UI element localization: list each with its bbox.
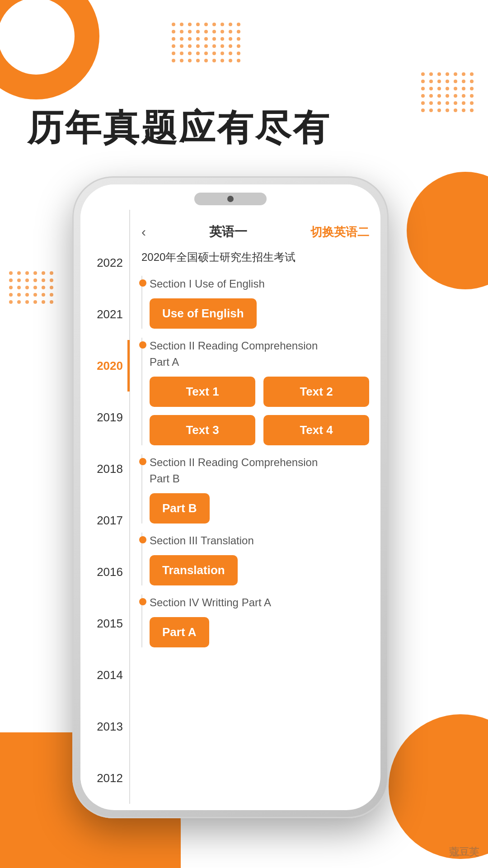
switch-subject-button[interactable]: 切换英语二 xyxy=(310,224,369,240)
section-3-buttons: Translation xyxy=(150,555,369,585)
year-item-2014[interactable]: 2014 xyxy=(80,649,130,701)
year-item-2017[interactable]: 2017 xyxy=(80,495,130,546)
phone-notch-bar xyxy=(80,184,380,210)
content-header: ‹ 英语一 切换英语二 xyxy=(141,223,369,241)
subject-title: 英语一 xyxy=(209,223,247,241)
exam-title: 2020年全国硕士研究生招生考试 xyxy=(141,250,369,265)
section-4-buttons: Part A xyxy=(150,617,369,647)
section-4-label: Section IV Writting Part A xyxy=(150,594,369,611)
phone-camera xyxy=(227,196,234,202)
section-2a-timeline-dot xyxy=(139,341,146,349)
section-4-block: Section IV Writting Part A Part A xyxy=(141,594,369,647)
translation-button[interactable]: Translation xyxy=(150,555,238,585)
year-active-bar xyxy=(127,340,130,392)
text-1-button[interactable]: Text 1 xyxy=(150,377,255,407)
section-2b-block: Section II Reading ComprehensionPart B P… xyxy=(141,454,369,524)
section-2a-label: Section II Reading ComprehensionPart A xyxy=(150,338,369,370)
section-2b-timeline-dot xyxy=(139,458,146,465)
year-item-2012[interactable]: 2012 xyxy=(80,752,130,804)
phone-notch xyxy=(194,193,267,205)
bg-dots-right: document.write(Array(42).fill('<div clas… xyxy=(421,72,474,112)
part-b-button[interactable]: Part B xyxy=(150,493,210,524)
section-2a-buttons: Text 1 Text 2 Text 3 Text 4 xyxy=(150,377,369,445)
text-2-button[interactable]: Text 2 xyxy=(263,377,369,407)
phone-outer-shell: 2022 2021 2020 2019 2018 2017 2016 2015 … xyxy=(72,176,389,818)
page-headline: 历年真题应有尽有 xyxy=(27,104,331,153)
year-item-2021[interactable]: 2021 xyxy=(80,288,130,340)
phone-mockup: 2022 2021 2020 2019 2018 2017 2016 2015 … xyxy=(36,176,425,845)
phone-screen-content: 2022 2021 2020 2019 2018 2017 2016 2015 … xyxy=(80,210,380,804)
phone-screen-area: 2022 2021 2020 2019 2018 2017 2016 2015 … xyxy=(80,184,380,810)
text-4-button[interactable]: Text 4 xyxy=(263,415,369,445)
section-1-label: Section I Use of English xyxy=(150,276,369,292)
year-item-2018[interactable]: 2018 xyxy=(80,443,130,495)
year-sidebar: 2022 2021 2020 2019 2018 2017 2016 2015 … xyxy=(80,210,130,804)
content-area: ‹ 英语一 切换英语二 2020年全国硕士研究生招生考试 Section I U… xyxy=(130,210,380,804)
section-3-block: Section III Translation Translation xyxy=(141,533,369,585)
year-item-2019[interactable]: 2019 xyxy=(80,392,130,443)
watermark: 蔻豆芙 xyxy=(449,845,479,859)
part-a-button[interactable]: Part A xyxy=(150,617,209,647)
year-item-2022[interactable]: 2022 xyxy=(80,237,130,288)
back-button[interactable]: ‹ xyxy=(141,224,146,240)
section-1-block: Section I Use of English Use of English xyxy=(141,276,369,329)
section-1-timeline-dot xyxy=(139,279,146,287)
section-1-buttons: Use of English xyxy=(150,298,369,329)
text-3-button[interactable]: Text 3 xyxy=(150,415,255,445)
section-2a-block: Section II Reading ComprehensionPart A T… xyxy=(141,338,369,445)
year-item-2015[interactable]: 2015 xyxy=(80,598,130,649)
bg-dots-top-center: document.write(Array(54).fill('<div clas… xyxy=(172,23,241,62)
section-3-label: Section III Translation xyxy=(150,533,369,549)
section-2b-label: Section II Reading ComprehensionPart B xyxy=(150,454,369,487)
bg-circle-top-left xyxy=(0,0,99,99)
year-item-2016[interactable]: 2016 xyxy=(80,546,130,598)
use-of-english-button[interactable]: Use of English xyxy=(150,298,257,329)
section-4-timeline-dot xyxy=(139,598,146,605)
year-item-2013[interactable]: 2013 xyxy=(80,701,130,752)
section-2b-buttons: Part B xyxy=(150,493,369,524)
section-3-timeline-dot xyxy=(139,536,146,543)
year-item-2020[interactable]: 2020 xyxy=(80,340,130,392)
